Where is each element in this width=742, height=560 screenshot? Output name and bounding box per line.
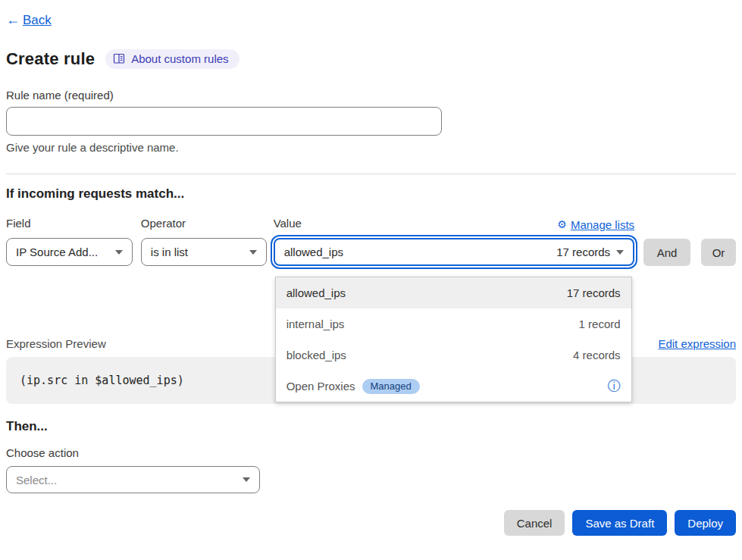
value-select-records: 17 records [556,246,610,258]
choose-action-label: Choose action [6,446,736,459]
field-select[interactable]: IP Source Add... [6,238,133,266]
field-select-value: IP Source Add... [16,246,98,258]
value-select[interactable]: allowed_ips 17 records [274,238,634,266]
chevron-down-icon [616,250,624,255]
list-item-name: blocked_ips [286,349,346,361]
action-select-placeholder: Select... [16,474,57,486]
managed-badge: Managed [362,379,420,394]
list-item-records: 17 records [567,286,621,299]
value-label-row: Value ⚙ Manage lists [274,217,634,232]
back-arrow-icon: ← [6,12,20,28]
footer-actions: Cancel Save as Draft Deploy [6,510,736,536]
operator-column: Operator is in list [141,217,267,266]
back-link[interactable]: ←Back [6,12,52,28]
manage-lists-link[interactable]: ⚙ Manage lists [557,218,634,231]
list-item-records: 4 records [573,349,621,361]
chevron-down-icon [249,250,257,255]
list-item-allowed-ips[interactable]: allowed_ips 17 records [276,277,631,308]
and-button[interactable]: And [643,239,690,266]
field-label: Field [6,217,133,232]
list-item-name: Open Proxies [286,380,355,393]
list-item-blocked-ips[interactable]: blocked_ips 4 records [276,339,631,371]
list-dropdown: allowed_ips 17 records internal_ips 1 re… [275,277,632,402]
list-item-name: internal_ips [286,318,345,330]
operator-select-value: is in list [151,246,188,258]
chevron-down-icon [243,477,250,482]
list-item-records: 1 record [579,318,621,330]
page-title: Create rule [6,49,95,69]
then-section-heading: Then... [6,419,736,434]
header-row: Create rule About custom rules [6,49,736,69]
value-label: Value [274,217,302,232]
gear-icon: ⚙ [557,218,567,230]
value-column: Value ⚙ Manage lists allowed_ips 17 reco… [274,217,634,266]
list-item-name: allowed_ips [286,286,346,299]
about-custom-rules-link[interactable]: About custom rules [105,49,239,69]
edit-expression-link[interactable]: Edit expression [658,337,736,350]
expression-preview-label: Expression Preview [6,337,106,350]
list-item-open-proxies[interactable]: Open Proxies Managed ⓘ [276,371,631,402]
operator-label: Operator [141,217,267,232]
back-link-label: Back [23,13,52,28]
deploy-button[interactable]: Deploy [675,510,736,536]
list-item-internal-ips[interactable]: internal_ips 1 record [276,308,631,339]
action-select[interactable]: Select... [6,466,260,493]
cancel-button[interactable]: Cancel [504,510,565,536]
rule-name-label: Rule name (required) [6,89,736,102]
book-icon [113,53,125,64]
info-icon[interactable]: ⓘ [608,380,621,393]
field-column: Field IP Source Add... [6,217,133,266]
section-divider [6,174,736,174]
operator-select[interactable]: is in list [141,238,267,266]
manage-lists-label: Manage lists [571,218,634,231]
match-section-heading: If incoming requests match... [6,186,736,202]
about-custom-rules-label: About custom rules [131,52,228,65]
create-rule-page: ←Back Create rule About custom rules Rul… [0,0,742,536]
chevron-down-icon [115,250,123,255]
or-button[interactable]: Or [701,239,736,266]
expression-code: (ip.src in $allowed_ips) [20,374,184,387]
condition-row: Field IP Source Add... Operator is in li… [6,217,736,266]
rule-name-input[interactable] [6,107,442,136]
save-as-draft-button[interactable]: Save as Draft [572,510,667,536]
value-select-value: allowed_ips [284,246,343,258]
rule-name-helper: Give your rule a descriptive name. [6,141,736,154]
